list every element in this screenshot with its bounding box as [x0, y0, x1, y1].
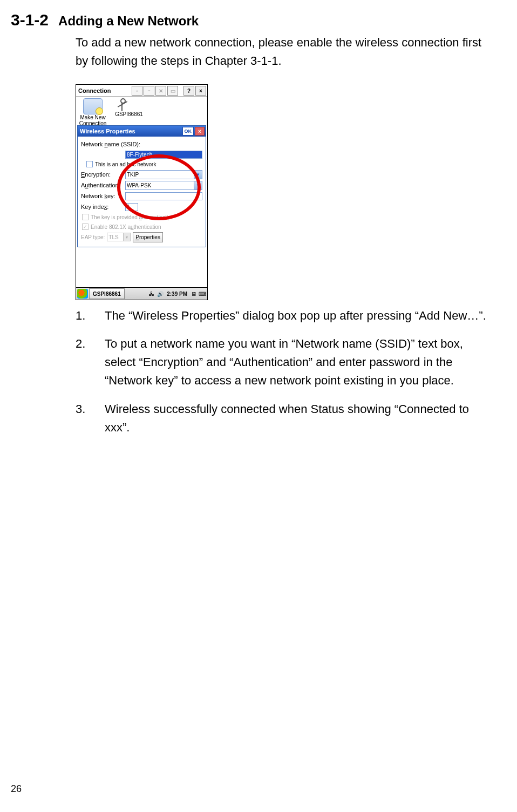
tray-volume-icon[interactable]: 🔊: [157, 290, 164, 297]
eap-label: EAP type:: [81, 234, 105, 240]
properties-button[interactable]: Properties: [133, 232, 163, 242]
chevron-down-icon: ▼: [194, 171, 202, 179]
list-text: To put a network name you want in “Netwo…: [105, 335, 495, 390]
eap-row: EAP type: TLS ▾ Properties: [81, 232, 202, 242]
tray-network-icon[interactable]: 🖧: [148, 290, 155, 297]
section-number: 3-1-2: [11, 11, 49, 29]
tray-desktop-icon[interactable]: 🖥: [190, 290, 198, 297]
netkey-input[interactable]: [125, 192, 202, 200]
8021x-label: Enable 802.1X authentication: [91, 224, 161, 230]
instruction-list: 1. The “Wireless Properties” dialog box …: [76, 307, 495, 437]
auth-value: WPA-PSK: [127, 182, 151, 188]
connection-titlebar: Connection ▫ ·· ✕ ▭ ? ×: [76, 85, 207, 97]
start-icon[interactable]: [77, 289, 88, 299]
list-item: 2. To put a network name you want in “Ne…: [76, 335, 495, 390]
gspi-connection[interactable]: GSPI86861: [113, 98, 145, 117]
adhoc-row[interactable]: This is an ad hoc network: [86, 159, 202, 169]
taskbar-task[interactable]: GSPI86861: [89, 288, 125, 299]
wp-titlebar: Wireless Properties OK ×: [78, 126, 206, 137]
make-new-icon: [83, 98, 103, 114]
page-number: 26: [11, 783, 22, 795]
8021x-row: ✓ Enable 802.1X authentication: [82, 222, 202, 232]
page: 3-1-2 Adding a New Network To add a new …: [0, 0, 517, 799]
ok-button[interactable]: OK: [182, 127, 194, 136]
tray-keyboard-icon[interactable]: ⌨: [199, 290, 206, 297]
auth-combo[interactable]: WPA-PSK ▼: [125, 181, 202, 190]
list-item: 3. Wireless successfully connected when …: [76, 400, 495, 437]
titlebar-icon-4[interactable]: ▭: [167, 86, 178, 96]
eap-value: TLS: [108, 234, 118, 240]
chevron-down-icon: ▼: [194, 181, 202, 190]
autokey-row: The key is provided automatically: [82, 212, 202, 222]
list-number: 2.: [76, 335, 92, 390]
make-new-connection[interactable]: Make New Connection: [78, 98, 107, 126]
chevron-down-icon: ▾: [123, 233, 130, 241]
clock: 2:39 PM: [165, 291, 189, 297]
intro-text: To add a new network connection, please …: [76, 33, 495, 70]
auth-row: Authentication: WPA-PSK ▼: [81, 180, 202, 191]
list-text: Wireless successfully connected when Sta…: [105, 400, 495, 437]
ssid-input-row: 8F-Flytech: [81, 150, 202, 159]
auth-label: Authentication:: [81, 182, 123, 188]
section-title: Adding a New Network: [58, 13, 199, 29]
adhoc-checkbox[interactable]: [86, 161, 93, 167]
netkey-row: Network key:: [81, 191, 202, 201]
ssid-row: Network name (SSID):: [81, 139, 202, 150]
keyidx-label: Key index:: [81, 204, 123, 210]
ssid-input[interactable]: 8F-Flytech: [125, 151, 202, 159]
encryption-combo[interactable]: TKIP ▼: [125, 170, 202, 179]
encryption-label: Encryption:: [81, 171, 123, 178]
help-icon[interactable]: ?: [183, 86, 194, 96]
titlebar-icon-3[interactable]: ✕: [155, 86, 166, 96]
eap-combo: TLS ▾: [107, 233, 131, 241]
8021x-checkbox: ✓: [82, 224, 89, 230]
blank-area: [76, 247, 207, 287]
adhoc-label: This is an ad hoc network: [95, 161, 156, 167]
wireless-properties-dialog: Wireless Properties OK × Network name (S…: [77, 125, 206, 247]
keyidx-row: Key index: 1: [81, 201, 202, 212]
dialog-area: Wireless Properties OK × Network name (S…: [76, 125, 207, 247]
close-icon[interactable]: ×: [195, 86, 206, 96]
gspi-label: GSPI86861: [113, 111, 145, 117]
wireless-icon: [121, 99, 137, 111]
dialog-close-icon[interactable]: ×: [195, 127, 205, 136]
connection-toolbar: Make New Connection GSPI86861: [76, 97, 207, 125]
connection-window: Connection ▫ ·· ✕ ▭ ? × Make New Connect…: [76, 84, 208, 300]
titlebar-icon-2[interactable]: ··: [144, 86, 154, 96]
titlebar-icon-1[interactable]: ▫: [132, 86, 142, 96]
wp-title: Wireless Properties: [79, 128, 182, 134]
connection-title: Connection: [77, 87, 131, 94]
ssid-label: Network name (SSID):: [81, 141, 140, 147]
make-new-label: Make New Connection: [78, 115, 107, 126]
autokey-checkbox: [82, 214, 89, 220]
encryption-row: Encryption: TKIP ▼: [81, 169, 202, 180]
autokey-label: The key is provided automatically: [91, 214, 171, 220]
netkey-label: Network key:: [81, 193, 123, 199]
encryption-value: TKIP: [127, 172, 139, 178]
list-item: 1. The “Wireless Properties” dialog box …: [76, 307, 495, 325]
list-number: 3.: [76, 400, 92, 437]
taskbar: GSPI86861 🖧 🔊 2:39 PM 🖥 ⌨: [76, 287, 207, 300]
tray: 🖧 🔊 2:39 PM 🖥 ⌨: [147, 289, 207, 299]
wp-body: Network name (SSID): 8F-Flytech This is …: [78, 137, 206, 247]
list-text: The “Wireless Properties” dialog box pop…: [105, 307, 495, 325]
section-heading: 3-1-2 Adding a New Network: [11, 11, 495, 29]
screenshot: Connection ▫ ·· ✕ ▭ ? × Make New Connect…: [76, 84, 495, 300]
keyidx-input[interactable]: 1: [125, 203, 138, 211]
list-number: 1.: [76, 307, 92, 325]
